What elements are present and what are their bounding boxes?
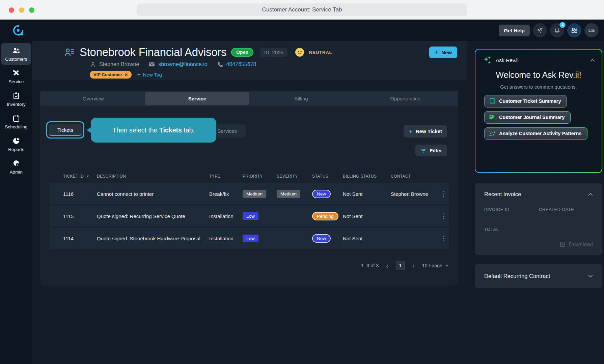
invoice-id-label: INVOICE ID [484, 207, 539, 212]
clipboard-icon [12, 92, 20, 100]
status-badge: Open [231, 48, 253, 57]
apps-grid-icon [571, 27, 578, 34]
priority-chip: Low [243, 212, 258, 220]
minimize-window-button[interactable] [19, 7, 24, 13]
recent-invoice-panel: Recent Invoice INVOICE ID CREATED DATE T… [475, 183, 602, 255]
tab-overview[interactable]: Overview [41, 92, 145, 105]
sidebar-item-reports[interactable]: Reports [1, 133, 31, 155]
ticket-description: Cannot connect to printer [97, 191, 209, 197]
billing-status: Not Sent [343, 236, 391, 241]
analyze-activity-patterns-button[interactable]: Analyze Customer Activity Patterns [484, 127, 587, 140]
new-tag-button[interactable]: + New Tag [137, 72, 162, 78]
sidebar-item-service[interactable]: Service [1, 65, 31, 87]
billing-status: Not Sent [343, 213, 391, 219]
column-header-ticket-id[interactable]: TICKET ID▼ [50, 174, 97, 179]
window-titlebar: Customer Account: Service Tab [0, 0, 604, 20]
apps-menu-button[interactable] [567, 23, 581, 37]
customer-phone-link[interactable]: 4047655678 [226, 61, 256, 67]
created-date-label: CREATED DATE [539, 207, 593, 212]
invoice-total-label: TOTAL [484, 227, 593, 232]
ask-revii-panel: Ask Rev.ii Welcome to Ask Rev.ii! Get an… [475, 49, 602, 173]
sparkles-icon [483, 56, 492, 65]
envelope-icon [148, 61, 155, 68]
tab-billing[interactable]: Billing [249, 92, 353, 105]
filter-icon [420, 148, 427, 153]
customer-ticket-summary-button[interactable]: Customer Ticket Summary [484, 95, 567, 108]
get-help-button[interactable]: Get Help [499, 25, 530, 36]
window-title: Customer Account: Service Tab [137, 3, 467, 16]
ticket-type: Break/fix [209, 191, 243, 197]
close-window-button[interactable] [9, 7, 14, 13]
table-row[interactable]: 1115 Quote signed: Recurring Service Quo… [50, 206, 449, 226]
sidebar-nav: Customers Service Inventory Scheduling R… [0, 41, 32, 364]
table-row[interactable]: 1116 Cannot connect to printer Break/fix… [50, 183, 449, 204]
contact-name: Stephen Browne [99, 61, 139, 67]
default-recurring-contract-panel[interactable]: Default Recurring Contract [475, 264, 602, 288]
sidebar-item-label: Scheduling [5, 124, 28, 129]
page-size-select[interactable]: 10 / page ▼ [422, 263, 449, 268]
customer-header: Stonebrook Financial Advisors Open ID: 2… [32, 41, 467, 80]
sidebar-item-customers[interactable]: Customers [1, 43, 31, 65]
table-row[interactable]: 1114 Quote signed: Stonebrook Hardware P… [50, 228, 449, 249]
next-page-button[interactable]: › [412, 263, 415, 268]
ticket-type: Installation [209, 236, 243, 241]
customer-contact-icon [64, 47, 75, 58]
app-logo[interactable] [12, 24, 24, 36]
column-header-priority: PRIORITY [243, 174, 277, 179]
download-invoice-button[interactable]: Download [559, 241, 593, 248]
sidebar-item-admin[interactable]: e Admin [1, 156, 31, 178]
priority-chip: Low [243, 235, 258, 242]
maximize-window-button[interactable] [29, 7, 34, 13]
sentiment-label: NEUTRAL [309, 50, 332, 55]
customer-detail-panel: Overview Service Billing Opportunities R… [40, 91, 458, 285]
sidebar-item-scheduling[interactable]: Scheduling [1, 111, 31, 132]
new-ticket-button[interactable]: + New Ticket [404, 125, 447, 138]
sidebar-item-label: Reports [8, 147, 24, 152]
people-icon [12, 47, 20, 55]
filter-button[interactable]: Filter [415, 145, 447, 156]
notification-badge: 4 [559, 21, 566, 29]
collapse-chevron-up-icon[interactable] [588, 193, 593, 196]
admin-icon: e [12, 159, 20, 168]
calendar-icon [12, 114, 20, 122]
customer-email-link[interactable]: sbrowne@finance.io [158, 61, 207, 67]
pagination-range: 1–3 of 3 [361, 263, 379, 268]
account-tabs: Overview Service Billing Opportunities [40, 91, 458, 106]
row-actions-kebab-icon[interactable]: ⋮ [439, 212, 449, 220]
tickets-highlight-ring: Tickets [46, 121, 84, 139]
tab-service[interactable]: Service [145, 92, 249, 105]
vip-customer-tag[interactable]: VIP Customer ✕ [90, 71, 132, 79]
ticket-type: Installation [209, 213, 243, 219]
priority-chip: Medium [243, 190, 266, 198]
row-actions-kebab-icon[interactable]: ⋮ [439, 234, 449, 242]
coach-tooltip: Then select the Tickets tab. [91, 118, 216, 143]
column-header-billing-status: BILLING STATUS [343, 174, 391, 179]
billing-status: Not Sent [343, 191, 391, 197]
user-avatar[interactable]: LB [584, 23, 599, 37]
expand-chevron-down-icon[interactable] [588, 275, 593, 278]
ticket-id: 1114 [50, 236, 97, 241]
subtab-tickets[interactable]: Tickets [49, 124, 82, 136]
new-button[interactable]: + New [429, 47, 457, 58]
ticket-description: Quote signed: Stonebrook Hardware Propos… [97, 236, 209, 241]
notifications-button[interactable]: 4 [550, 23, 564, 37]
recurring-contract-title: Default Recurring Contract [484, 273, 550, 279]
plus-icon: + [435, 50, 439, 55]
status-badge: New [312, 190, 331, 198]
collapse-chevron-up-icon[interactable] [590, 59, 595, 62]
column-header-severity: SEVERITY [277, 174, 312, 179]
ask-revii-welcome: Welcome to Ask Rev.ii! [495, 69, 582, 81]
remove-tag-icon[interactable]: ✕ [125, 72, 128, 77]
sidebar-item-label: Inventory [7, 102, 26, 107]
prev-page-button[interactable]: ‹ [386, 263, 388, 268]
send-message-button[interactable] [533, 23, 547, 37]
row-actions-kebab-icon[interactable]: ⋮ [439, 190, 449, 198]
scatter-analysis-icon [489, 130, 496, 137]
phone-icon [217, 61, 223, 68]
customer-journal-summary-button[interactable]: Customer Journal Summary [484, 111, 571, 124]
tickets-table: TICKET ID▼ DESCRIPTION TYPE PRIORITY SEV… [50, 170, 449, 270]
page-number-button[interactable]: 1 [396, 261, 405, 270]
download-icon [559, 241, 566, 248]
tab-opportunities[interactable]: Opportunities [353, 92, 457, 105]
sidebar-item-inventory[interactable]: Inventory [1, 88, 31, 110]
